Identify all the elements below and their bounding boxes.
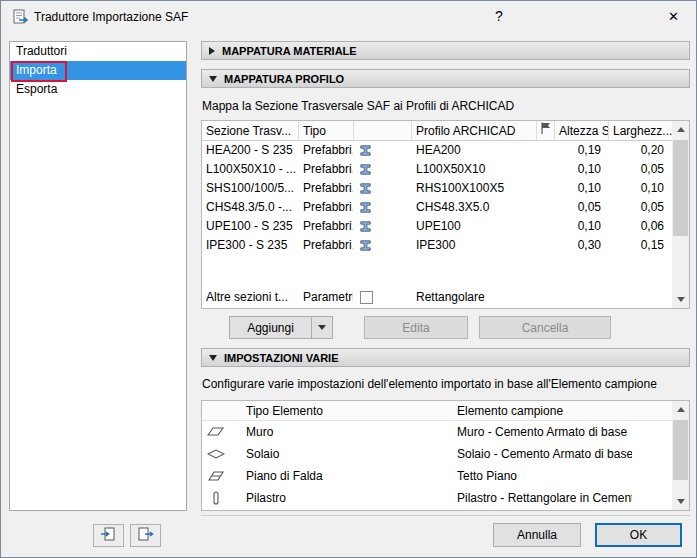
table-body: HEA200 - S 235 Prefabbri... HEA200 0,19 … [202, 141, 672, 308]
scroll-down-button[interactable] [672, 493, 689, 510]
aggiungi-split-button: Aggiungi [229, 316, 333, 339]
cell-elemento-campione: Pilastro - Rettangolare in Cemento ... [457, 487, 632, 509]
cell-tipo-elemento: Pilastro [246, 487, 286, 509]
steel-profile-icon [358, 219, 378, 234]
table-row[interactable]: IPE300 - S 235 Prefabbri... IPE300 0,30 … [202, 236, 672, 255]
table-row[interactable]: SHS100/100/5... Prefabbri... RHS100X100X… [202, 179, 672, 198]
table-row-altre-sezioni[interactable]: Altre sezioni t... Parametri... Rettango… [202, 288, 672, 307]
aggiungi-button[interactable]: Aggiungi [229, 316, 311, 339]
cell-elemento-campione: Tetto Piano [457, 465, 632, 487]
wall-icon [207, 424, 225, 440]
import-translator-icon [100, 527, 117, 545]
section-impostazioni-varie[interactable]: IMPOSTAZIONI VARIE [201, 348, 690, 367]
cell-sezione: CHS48.3/5.0 -... [206, 198, 298, 217]
section-mappatura-materiale[interactable]: MAPPATURA MATERIALE [201, 41, 690, 60]
sidebar-item-importa[interactable]: Importa [10, 61, 186, 80]
section-label: MAPPATURA PROFILO [224, 73, 344, 85]
cell-tipo: Prefabbri... [303, 236, 353, 255]
column-header-profile-icon [354, 121, 412, 141]
cell-profilo: RHS100X100X5 [416, 179, 534, 198]
table-row[interactable]: Pilastro Pilastro - Rettangolare in Ceme… [202, 487, 672, 509]
column-header-profilo: Profilo ARCHICAD [412, 121, 537, 141]
steel-profile-icon [358, 143, 378, 158]
cell-tipo: Prefabbri... [303, 198, 353, 217]
column-header-tipo: Tipo [299, 121, 354, 141]
cell-profilo: Rettangolare [416, 288, 534, 307]
cell-larghezza: 0,15 [609, 236, 664, 255]
vertical-scrollbar[interactable] [672, 401, 689, 510]
scroll-up-button[interactable] [672, 121, 689, 138]
steel-profile-icon [358, 200, 378, 215]
cell-tipo-elemento: Piano di Falda [246, 465, 323, 487]
parametric-checkbox[interactable] [360, 291, 373, 304]
help-button[interactable]: ? [484, 1, 514, 32]
footer-divider [201, 515, 690, 516]
section-label: IMPOSTAZIONI VARIE [224, 352, 339, 364]
cell-tipo-elemento: Muro [246, 421, 273, 443]
cell-altezza: 0,10 [555, 179, 601, 198]
element-settings-table: Tipo Elemento Elemento campione Muro Mur… [201, 400, 690, 511]
cancella-button[interactable]: Cancella [479, 316, 611, 339]
close-button[interactable]: ✕ [651, 1, 696, 32]
profile-mapping-table: Sezione Trasv... Tipo Profilo ARCHICAD A… [201, 120, 690, 309]
steel-profile-icon [358, 181, 378, 196]
scroll-down-button[interactable] [672, 291, 689, 308]
sidebar-header: Traduttori [10, 42, 186, 61]
table-row[interactable]: Solaio Solaio - Cemento Armato di base [202, 443, 672, 465]
table-row[interactable]: Piano di Falda Tetto Piano [202, 465, 672, 487]
table-row[interactable]: HEA200 - S 235 Prefabbri... HEA200 0,19 … [202, 141, 672, 160]
table-row[interactable]: Muro Muro - Cemento Armato di base [202, 421, 672, 443]
aggiungi-dropdown-button[interactable] [311, 316, 333, 339]
cell-profilo: HEA200 [416, 141, 534, 160]
cell-sezione: HEA200 - S 235 [206, 141, 298, 160]
cell-larghezza: 0,06 [609, 217, 664, 236]
cell-profilo: IPE300 [416, 236, 534, 255]
column-header-sezione: Sezione Trasv... [202, 121, 299, 141]
cell-altezza: 0,05 [555, 198, 601, 217]
cell-tipo-elemento: Solaio [246, 443, 279, 465]
scroll-up-button[interactable] [672, 401, 689, 418]
table-row[interactable]: UPE100 - S 235 Prefabbri... UPE100 0,10 … [202, 217, 672, 236]
dialog-title: Traduttore Importazione SAF [34, 10, 188, 24]
title-bar: Traduttore Importazione SAF ? ✕ [1, 1, 696, 32]
vertical-scrollbar[interactable] [672, 121, 689, 308]
steel-profile-icon [358, 162, 378, 177]
arrow-down-icon [677, 499, 685, 504]
slab-icon [207, 446, 225, 462]
translator-sidebar: Traduttori Importa Esporta [9, 41, 187, 511]
cell-larghezza: 0,05 [609, 198, 664, 217]
ok-button[interactable]: OK [595, 523, 682, 547]
export-translator-button[interactable] [130, 524, 161, 547]
sidebar-item-label: Importa [16, 63, 57, 77]
cell-sezione: L100X50X10 - ... [206, 160, 298, 179]
column-header-larghezza: Larghezz... [609, 121, 672, 141]
cell-elemento-campione: Solaio - Cemento Armato di base [457, 443, 632, 465]
table-row[interactable]: L100X50X10 - ... Prefabbri... L100X50X10… [202, 160, 672, 179]
chevron-down-icon [209, 76, 217, 82]
cell-profilo: L100X50X10 [416, 160, 534, 179]
roof-icon [207, 468, 225, 484]
arrow-down-icon [677, 297, 685, 302]
column-header-tipo-elemento: Tipo Elemento [246, 401, 323, 421]
section-mappatura-profilo[interactable]: MAPPATURA PROFILO [201, 69, 690, 88]
flag-icon [537, 121, 555, 141]
dialog-window: Traduttore Importazione SAF ? ✕ Tradutto… [0, 0, 697, 558]
cell-altezza: 0,10 [555, 160, 601, 179]
scroll-thumb[interactable] [673, 420, 688, 480]
cell-elemento-campione: Muro - Cemento Armato di base [457, 421, 632, 443]
table-body: Muro Muro - Cemento Armato di base Solai… [202, 421, 672, 510]
import-translator-button[interactable] [93, 524, 124, 547]
annulla-button[interactable]: Annulla [493, 523, 581, 547]
cell-tipo: Parametri... [303, 288, 353, 307]
sidebar-item-esporta[interactable]: Esporta [10, 80, 186, 99]
chevron-down-icon [318, 325, 326, 330]
varie-description: Configurare varie impostazioni dell'elem… [202, 377, 657, 391]
edita-button[interactable]: Edita [364, 316, 468, 339]
cell-tipo: Prefabbri... [303, 141, 353, 160]
chevron-right-icon [209, 47, 215, 55]
table-row[interactable]: CHS48.3/5.0 -... Prefabbri... CHS48.3X5.… [202, 198, 672, 217]
cell-larghezza: 0,10 [609, 179, 664, 198]
dialog-icon [11, 8, 29, 26]
column-icon [207, 490, 225, 506]
scroll-thumb[interactable] [673, 140, 688, 236]
